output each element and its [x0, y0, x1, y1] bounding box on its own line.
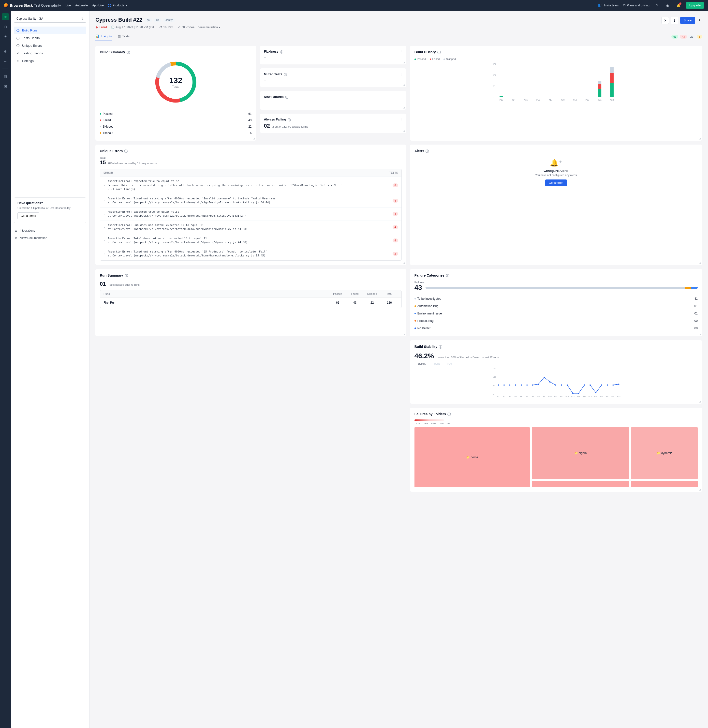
get-demo-button[interactable]: Get a demo — [17, 212, 39, 219]
svg-rect-12 — [499, 96, 503, 97]
legend-row[interactable]: Skipped22 — [100, 123, 252, 130]
tag-ga[interactable]: ga — [145, 18, 152, 22]
nav-testing-trends[interactable]: Testing Trends — [14, 49, 86, 57]
rail-item-4[interactable]: ⚙ — [2, 48, 9, 55]
resize-icon[interactable]: ◢ — [699, 333, 701, 335]
nav-settings[interactable]: Settings — [14, 57, 86, 65]
resize-icon[interactable]: ◢ — [403, 333, 405, 335]
nav-applive[interactable]: App Live — [92, 4, 104, 7]
logo[interactable]: BrowserStack Test Observability — [4, 3, 61, 7]
info-icon[interactable]: ⓘ — [447, 412, 451, 416]
badge-skipped[interactable]: 22 — [688, 35, 695, 39]
category-row[interactable]: Product Bug00 — [415, 317, 698, 325]
more-icon[interactable]: ⋮ — [399, 117, 403, 121]
info-icon[interactable]: ⓘ — [284, 73, 287, 76]
badge-failed[interactable]: 43 — [680, 35, 686, 39]
info-icon[interactable]: ⓘ — [285, 95, 289, 99]
project-select[interactable]: Cypress Sanity - GA ⇅ — [14, 15, 86, 23]
info-icon[interactable]: ⓘ — [288, 118, 291, 121]
category-row[interactable]: To be Investigated41 — [415, 295, 698, 302]
folder-small-1[interactable] — [532, 481, 629, 487]
error-row[interactable]: ›AssertionError: Timed out retrying afte… — [100, 194, 402, 207]
resize-icon[interactable]: ◢ — [403, 261, 405, 264]
category-row[interactable]: No Defect00 — [415, 325, 698, 332]
account-icon[interactable]: ◉ — [664, 2, 671, 9]
svg-point-1 — [17, 37, 19, 39]
folder-dynamic[interactable]: 📁dynamic — [631, 427, 698, 479]
nav-tests-health[interactable]: Tests Health — [14, 34, 86, 42]
more-icon[interactable]: ⋮ — [399, 95, 403, 99]
docs-link[interactable]: 🗎 View Documentation — [14, 234, 86, 242]
folder-small-2[interactable] — [631, 481, 698, 487]
rail-item-5[interactable]: ∞ — [2, 58, 9, 65]
meta-commit[interactable]: ⎇b88c0dee — [177, 26, 194, 29]
info-icon[interactable]: ⓘ — [437, 51, 441, 54]
share-button[interactable]: Share — [680, 17, 695, 24]
legend-row[interactable]: Passed61 — [100, 111, 252, 117]
error-row[interactable]: ›AssertionError: Total does not match: e… — [100, 234, 402, 247]
rail-item-2[interactable]: ▢ — [2, 23, 9, 30]
svg-rect-17 — [610, 73, 614, 83]
badge-timeout[interactable]: 6 — [697, 35, 702, 39]
upgrade-button[interactable]: Upgrade — [686, 2, 704, 9]
svg-text:#14: #14 — [571, 396, 575, 398]
resize-icon[interactable]: ◢ — [699, 261, 701, 264]
rerun-button[interactable]: ⟳ — [662, 17, 669, 24]
download-button[interactable]: ⤓ — [671, 17, 678, 24]
rail-accessibility-icon[interactable]: ✦ — [2, 33, 9, 40]
alerts-get-started[interactable]: Get started — [545, 180, 567, 186]
svg-text:#14: #14 — [512, 99, 515, 101]
info-icon[interactable]: ⓘ — [439, 345, 442, 348]
view-metadata[interactable]: View metadata▾ — [199, 26, 220, 29]
legend-row[interactable]: Timeout6 — [100, 130, 252, 136]
nav-unique-errors[interactable]: Unique Errors — [14, 42, 86, 49]
svg-text:50: 50 — [493, 384, 495, 387]
tab-tests[interactable]: ▦ Tests — [118, 32, 129, 41]
run-summary-row[interactable]: First Run 61 43 22 126 — [100, 297, 402, 308]
category-row[interactable]: Automation Bug01 — [415, 302, 698, 310]
resize-icon[interactable]: ◢ — [699, 488, 701, 491]
more-icon[interactable]: ⋮ — [399, 72, 403, 76]
resize-icon[interactable]: ◢ — [403, 83, 405, 86]
invite-team-button[interactable]: 👤⁺ Invite team — [597, 4, 618, 7]
info-icon[interactable]: ⓘ — [125, 274, 128, 277]
resize-icon[interactable]: ◢ — [403, 61, 405, 64]
info-icon[interactable]: ⓘ — [126, 51, 130, 54]
plans-button[interactable]: 🏷 Plans and pricing — [622, 4, 650, 7]
resize-icon[interactable]: ◢ — [699, 137, 701, 140]
info-icon[interactable]: ⓘ — [280, 50, 283, 53]
help-icon[interactable]: ? — [653, 2, 660, 9]
legend-row[interactable]: Failed43 — [100, 117, 252, 123]
folder-signin[interactable]: 📁signIn — [532, 427, 629, 479]
nav-automate[interactable]: Automate — [75, 4, 88, 7]
svg-point-48 — [583, 384, 585, 386]
info-icon[interactable]: ⓘ — [425, 149, 429, 153]
error-row[interactable]: ›AssertionError: Sum does not match: exp… — [100, 220, 402, 234]
error-row[interactable]: ›AssertionError: expected true to equal … — [100, 177, 402, 194]
tag-qa[interactable]: qa — [154, 18, 161, 22]
integrations-link[interactable]: ⊞ Integrations — [14, 227, 86, 234]
more-icon[interactable]: ⋮ — [399, 50, 403, 53]
resize-icon[interactable]: ◢ — [253, 137, 255, 140]
products-dropdown[interactable]: Products ▾ — [108, 4, 127, 7]
tab-insights[interactable]: 📊 Insights — [96, 32, 112, 41]
resize-icon[interactable]: ◢ — [699, 400, 701, 403]
nav-build-runs[interactable]: Build Runs — [14, 26, 86, 34]
folder-home[interactable]: 📁home — [415, 427, 530, 487]
resize-icon[interactable]: ◢ — [403, 106, 405, 109]
rail-item-6[interactable]: ▤ — [2, 73, 9, 80]
promo-title: Have questions? — [17, 201, 83, 205]
error-row[interactable]: ›AssertionError: Timed out retrying afte… — [100, 247, 402, 260]
rail-item-7[interactable]: ▣ — [2, 83, 9, 90]
info-icon[interactable]: ⓘ — [124, 149, 128, 153]
more-menu-icon[interactable]: ⋮ — [697, 18, 702, 23]
resize-icon[interactable]: ◢ — [403, 129, 405, 132]
badge-passed[interactable]: 61 — [671, 35, 678, 39]
error-row[interactable]: ›AssertionError: expected true to equal … — [100, 207, 402, 220]
tag-sanity[interactable]: sanity — [164, 18, 174, 22]
notifications-icon[interactable]: 🔔1 — [675, 2, 682, 9]
nav-live[interactable]: Live — [65, 4, 71, 7]
rail-observability-icon[interactable]: ⊕ — [2, 13, 9, 20]
category-row[interactable]: Environment Issue01 — [415, 310, 698, 317]
info-icon[interactable]: ⓘ — [446, 274, 450, 277]
